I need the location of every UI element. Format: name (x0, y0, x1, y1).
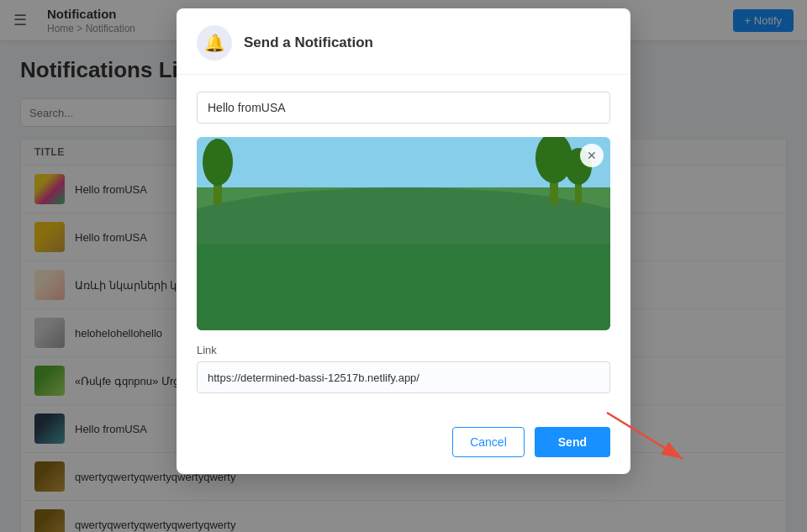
svg-point-3 (197, 187, 610, 288)
modal-overlay[interactable]: 🔔 Send a Notification (0, 0, 807, 532)
svg-point-27 (351, 271, 370, 299)
svg-point-10 (338, 246, 358, 277)
svg-point-32 (477, 266, 496, 294)
modal-icon-wrap: 🔔 (197, 25, 232, 61)
link-input[interactable] (197, 361, 610, 393)
modal-footer: Cancel Send (177, 427, 630, 474)
svg-point-25 (301, 270, 319, 298)
svg-point-38 (203, 139, 233, 186)
svg-point-30 (427, 264, 446, 292)
svg-point-34 (528, 265, 546, 293)
svg-point-12 (388, 250, 409, 280)
svg-point-22 (225, 264, 244, 292)
svg-point-35 (553, 271, 572, 299)
notification-bell-icon: 🔔 (204, 33, 225, 53)
notification-image-preview (197, 137, 610, 330)
svg-point-9 (313, 252, 333, 282)
svg-point-18 (540, 247, 560, 277)
svg-point-26 (326, 264, 345, 292)
notification-title-input[interactable] (197, 92, 610, 124)
svg-point-6 (237, 246, 257, 277)
modal-title: Send a Notification (244, 34, 373, 51)
svg-point-31 (452, 271, 471, 300)
send-button[interactable]: Send (535, 427, 610, 457)
svg-point-15 (464, 252, 484, 282)
svg-rect-4 (197, 255, 610, 330)
send-notification-modal: 🔔 Send a Notification (177, 8, 630, 474)
cancel-button[interactable]: Cancel (452, 427, 525, 457)
svg-point-13 (414, 253, 434, 283)
svg-point-16 (489, 248, 509, 278)
svg-point-36 (578, 266, 597, 294)
image-close-button[interactable]: ✕ (580, 144, 604, 167)
svg-point-29 (402, 269, 420, 298)
svg-point-21 (200, 270, 219, 298)
svg-point-8 (287, 248, 308, 278)
svg-point-23 (251, 272, 269, 301)
svg-point-14 (439, 246, 459, 277)
svg-rect-2 (197, 213, 610, 229)
svg-point-19 (565, 251, 585, 282)
svg-point-7 (262, 255, 282, 285)
svg-point-11 (363, 255, 383, 285)
modal-header: 🔔 Send a Notification (177, 8, 630, 75)
svg-point-20 (588, 248, 609, 278)
svg-point-28 (377, 266, 395, 294)
svg-point-24 (276, 266, 294, 294)
svg-point-33 (503, 270, 521, 298)
modal-body: ✕ Link (177, 75, 630, 427)
image-container: ✕ (197, 137, 610, 330)
tulip-field-svg (197, 137, 610, 330)
svg-point-17 (514, 254, 535, 284)
svg-point-5 (212, 252, 232, 282)
link-label: Link (197, 344, 610, 356)
